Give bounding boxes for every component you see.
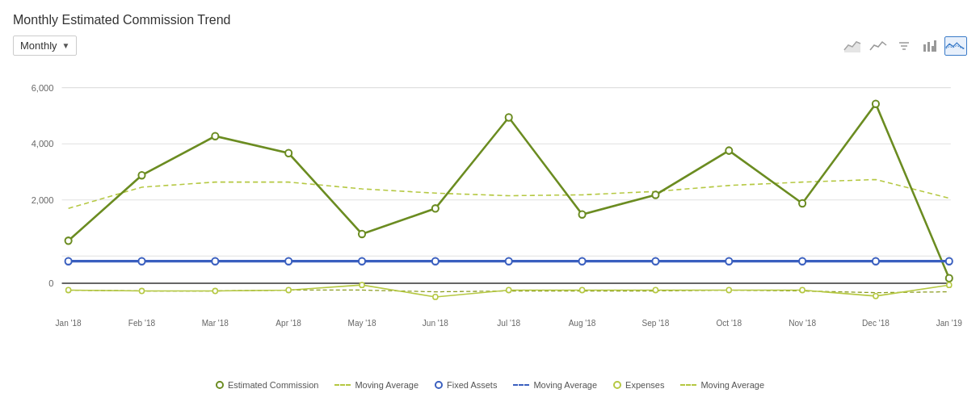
svg-point-39 <box>726 147 732 153</box>
svg-point-67 <box>873 294 878 299</box>
svg-point-47 <box>359 257 365 264</box>
svg-text:Jan '18: Jan '18 <box>56 319 82 328</box>
legend-dash-fixed-ma <box>513 384 529 386</box>
legend-dash-commission-ma <box>334 384 351 386</box>
svg-marker-0 <box>844 42 860 52</box>
legend-label-fixed: Fixed Assets <box>447 380 497 390</box>
svg-point-34 <box>359 231 365 237</box>
area-chart-icon[interactable] <box>841 36 864 56</box>
svg-text:May '18: May '18 <box>348 319 376 328</box>
legend-estimated-commission: Estimated Commission <box>216 380 318 390</box>
chart-svg: 6,000 4,000 2,000 0 Jan '18 Feb '18 Mar … <box>13 62 967 377</box>
svg-text:Oct '18: Oct '18 <box>716 319 742 328</box>
svg-text:Mar '18: Mar '18 <box>202 319 229 328</box>
wave-chart-icon[interactable] <box>944 36 967 56</box>
legend-fixed-ma: Moving Average <box>513 380 597 390</box>
svg-point-59 <box>286 287 291 292</box>
svg-text:Jul '18: Jul '18 <box>497 319 520 328</box>
chart-container: 6,000 4,000 2,000 0 Jan '18 Feb '18 Mar … <box>13 62 967 377</box>
legend-circle-commission <box>216 381 224 389</box>
svg-text:2,000: 2,000 <box>32 195 54 205</box>
svg-point-58 <box>212 288 217 293</box>
svg-point-36 <box>506 114 512 120</box>
svg-point-33 <box>285 150 292 157</box>
svg-text:0: 0 <box>48 278 53 288</box>
svg-point-48 <box>432 257 439 264</box>
svg-point-43 <box>65 257 72 264</box>
svg-text:Dec '18: Dec '18 <box>862 319 890 328</box>
legend-expenses: Expenses <box>613 380 664 390</box>
svg-text:4,000: 4,000 <box>32 139 54 148</box>
svg-text:Nov '18: Nov '18 <box>789 319 816 328</box>
svg-point-66 <box>800 287 805 292</box>
legend-circle-expenses <box>613 381 621 389</box>
svg-point-53 <box>799 257 805 264</box>
svg-point-60 <box>360 282 364 287</box>
svg-point-56 <box>66 287 71 292</box>
svg-point-55 <box>946 257 953 264</box>
svg-point-31 <box>138 172 145 178</box>
dropdown-label: Monthly <box>20 40 57 52</box>
svg-text:Sep '18: Sep '18 <box>641 319 669 328</box>
svg-point-30 <box>65 237 72 244</box>
svg-point-51 <box>652 257 658 264</box>
svg-rect-7 <box>934 40 936 52</box>
svg-point-32 <box>212 132 218 139</box>
svg-point-61 <box>433 295 438 299</box>
line-chart-icon[interactable] <box>867 36 890 56</box>
chevron-down-icon: ▼ <box>62 41 70 50</box>
svg-point-44 <box>138 257 145 264</box>
svg-point-50 <box>579 257 586 264</box>
svg-point-35 <box>432 205 439 211</box>
svg-text:Jan '19: Jan '19 <box>936 319 962 328</box>
svg-point-52 <box>726 257 732 264</box>
bar-chart-icon[interactable] <box>919 36 941 56</box>
svg-text:6,000: 6,000 <box>32 83 54 93</box>
legend-label-expenses-ma: Moving Average <box>700 380 764 390</box>
svg-point-49 <box>506 257 512 264</box>
svg-point-37 <box>579 211 586 217</box>
svg-point-38 <box>652 191 658 198</box>
legend-label-commission: Estimated Commission <box>228 380 318 390</box>
svg-point-65 <box>726 287 731 292</box>
svg-point-68 <box>947 282 952 287</box>
chart-title: Monthly Estimated Commission Trend <box>13 13 967 27</box>
legend-fixed-assets: Fixed Assets <box>435 380 497 390</box>
svg-point-41 <box>873 100 879 107</box>
svg-text:Apr '18: Apr '18 <box>275 319 301 328</box>
svg-point-46 <box>285 257 292 264</box>
legend-label-commission-ma: Moving Average <box>355 380 418 390</box>
svg-text:Aug '18: Aug '18 <box>569 319 596 328</box>
svg-point-40 <box>799 200 805 207</box>
svg-rect-4 <box>923 44 926 52</box>
legend-dash-expenses-ma <box>680 384 696 386</box>
period-dropdown[interactable]: Monthly ▼ <box>13 36 77 56</box>
controls-row: Monthly ▼ <box>13 36 967 56</box>
svg-rect-6 <box>932 46 934 52</box>
filter-icon[interactable] <box>893 36 915 56</box>
svg-text:Jun '18: Jun '18 <box>423 319 448 328</box>
svg-point-64 <box>653 287 658 292</box>
legend-circle-fixed <box>435 381 443 389</box>
svg-point-45 <box>212 257 218 264</box>
legend-expenses-ma: Moving Average <box>680 380 764 390</box>
svg-rect-5 <box>927 42 930 52</box>
svg-point-42 <box>946 275 953 282</box>
legend-label-fixed-ma: Moving Average <box>533 380 597 390</box>
svg-text:Feb '18: Feb '18 <box>128 319 156 328</box>
chart-toolbar <box>841 36 967 56</box>
legend-label-expenses: Expenses <box>625 380 664 390</box>
svg-point-57 <box>139 288 144 293</box>
svg-point-63 <box>580 287 585 292</box>
legend-commission-ma: Moving Average <box>334 380 418 390</box>
svg-point-54 <box>873 257 879 264</box>
svg-point-62 <box>507 287 511 292</box>
chart-legend: Estimated Commission Moving Average Fixe… <box>13 380 967 390</box>
